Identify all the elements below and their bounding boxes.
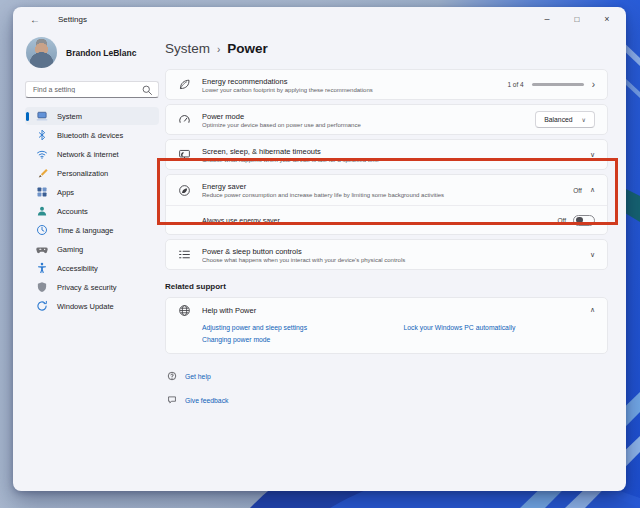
breadcrumb-system[interactable]: System bbox=[165, 41, 210, 56]
back-button[interactable]: ← bbox=[30, 14, 46, 25]
card-subtitle: Optimize your device based on power use … bbox=[202, 122, 524, 128]
power-sleep-buttons-card[interactable]: Power & sleep button controls Choose wha… bbox=[165, 239, 608, 270]
card-title: Help with Power bbox=[202, 306, 579, 315]
sidebar-item-accessibility[interactable]: Accessibility bbox=[25, 259, 159, 277]
help-links: Adjusting power and sleep settings Lock … bbox=[166, 322, 607, 353]
power-mode-dropdown[interactable]: Balanced ∨ bbox=[535, 111, 595, 128]
profile[interactable]: Brandon LeBlanc bbox=[25, 35, 159, 68]
sidebar-item-label: Gaming bbox=[57, 245, 83, 254]
sidebar-item-windows-update[interactable]: Windows Update bbox=[25, 297, 159, 315]
card-subtitle: Choose what happens when your device is … bbox=[202, 157, 579, 163]
gauge-icon bbox=[178, 113, 191, 126]
paintbrush-icon bbox=[36, 167, 48, 179]
sidebar-item-privacy-security[interactable]: Privacy & security bbox=[25, 278, 159, 296]
footer-links: Get help Give feedback bbox=[165, 367, 608, 409]
chevron-up-icon[interactable]: ∧ bbox=[590, 306, 595, 314]
leaf-icon bbox=[178, 78, 191, 91]
always-energy-saver-toggle[interactable] bbox=[573, 215, 595, 226]
sidebar-item-label: Windows Update bbox=[57, 302, 114, 311]
related-support-heading: Related support bbox=[165, 282, 608, 291]
main-content: System › Power Energy recommendations Lo… bbox=[165, 31, 626, 491]
sidebar-item-label: Accessibility bbox=[57, 264, 98, 273]
globe-icon bbox=[178, 304, 191, 317]
apps-grid-icon bbox=[36, 186, 48, 198]
sidebar-nav: System Bluetooth & devices Network & int… bbox=[25, 107, 159, 315]
accessibility-icon bbox=[36, 262, 48, 274]
screen-sleep-card[interactable]: Screen, sleep, & hibernate timeouts Choo… bbox=[165, 139, 608, 170]
energy-saver-leaf-icon bbox=[178, 184, 191, 197]
close-button[interactable]: × bbox=[592, 9, 622, 29]
always-energy-saver-row: Always use energy saver Off bbox=[166, 205, 607, 234]
sidebar-item-label: Time & language bbox=[57, 226, 113, 235]
energy-saver-header[interactable]: Energy saver Reduce power consumption an… bbox=[166, 175, 607, 205]
card-title: Power mode bbox=[202, 112, 524, 121]
sidebar-item-label: Accounts bbox=[57, 207, 88, 216]
search-box[interactable] bbox=[25, 81, 159, 98]
sidebar-item-bluetooth-devices[interactable]: Bluetooth & devices bbox=[25, 126, 159, 144]
desktop: ← Settings – □ × Brandon LeBlanc bbox=[0, 0, 640, 508]
help-with-power-header[interactable]: Help with Power ∧ bbox=[166, 298, 607, 322]
maximize-button[interactable]: □ bbox=[562, 9, 592, 29]
energy-saver-card[interactable]: Energy saver Reduce power consumption an… bbox=[165, 174, 608, 235]
sidebar-item-label: Network & internet bbox=[57, 150, 119, 159]
power-mode-card[interactable]: Power mode Optimize your device based on… bbox=[165, 104, 608, 135]
link-adjusting-power-sleep[interactable]: Adjusting power and sleep settings bbox=[202, 324, 394, 331]
sidebar-item-apps[interactable]: Apps bbox=[25, 183, 159, 201]
sidebar-item-accounts[interactable]: Accounts bbox=[25, 202, 159, 220]
card-subtitle: Reduce power consumption and increase ba… bbox=[202, 192, 562, 198]
clock-icon bbox=[36, 224, 48, 236]
chevron-down-icon[interactable]: ∨ bbox=[590, 251, 595, 259]
always-energy-saver-label: Always use energy saver bbox=[202, 217, 557, 224]
sidebar-item-label: Privacy & security bbox=[57, 283, 117, 292]
energy-recommendations-card[interactable]: Energy recommendations Lower your carbon… bbox=[165, 69, 608, 100]
sidebar-item-label: Apps bbox=[57, 188, 74, 197]
give-feedback-link[interactable]: Give feedback bbox=[185, 397, 228, 404]
get-help-link[interactable]: Get help bbox=[185, 373, 211, 380]
sidebar-item-gaming[interactable]: Gaming bbox=[25, 240, 159, 258]
sidebar-item-time-language[interactable]: Time & language bbox=[25, 221, 159, 239]
card-subtitle: Lower your carbon footprint by applying … bbox=[202, 87, 496, 93]
controls-list-icon bbox=[178, 248, 191, 261]
page-title: Power bbox=[227, 41, 268, 56]
toggle-knob bbox=[576, 217, 583, 224]
card-subtitle: Choose what happens when you interact wi… bbox=[202, 257, 579, 263]
breadcrumb-separator: › bbox=[217, 44, 220, 55]
window-title: Settings bbox=[58, 15, 87, 24]
link-changing-power-mode[interactable]: Changing power mode bbox=[202, 336, 394, 343]
system-icon bbox=[36, 110, 48, 122]
card-title: Screen, sleep, & hibernate timeouts bbox=[202, 147, 579, 156]
titlebar: ← Settings – □ × bbox=[13, 7, 626, 31]
bluetooth-icon bbox=[36, 129, 48, 141]
card-title: Energy saver bbox=[202, 182, 562, 191]
toggle-status: Off bbox=[557, 217, 566, 224]
energy-progress-bar bbox=[532, 83, 584, 87]
get-help-item[interactable]: Get help bbox=[167, 367, 608, 385]
search-input[interactable] bbox=[33, 86, 141, 93]
monitor-sleep-icon bbox=[178, 148, 191, 161]
minimize-button[interactable]: – bbox=[532, 9, 562, 29]
chevron-down-icon[interactable]: ∨ bbox=[590, 151, 595, 159]
sidebar-item-network-internet[interactable]: Network & internet bbox=[25, 145, 159, 163]
chevron-up-icon[interactable]: ∧ bbox=[590, 186, 595, 194]
gamepad-icon bbox=[36, 243, 48, 255]
link-lock-windows-pc[interactable]: Lock your Windows PC automatically bbox=[404, 324, 596, 331]
avatar bbox=[26, 37, 57, 68]
card-title: Power & sleep button controls bbox=[202, 247, 579, 256]
help-with-power-card: Help with Power ∧ Adjusting power and sl… bbox=[165, 297, 608, 354]
dropdown-value: Balanced bbox=[544, 116, 572, 123]
energy-saver-status: Off bbox=[573, 187, 582, 194]
give-feedback-icon bbox=[167, 391, 177, 409]
sidebar-item-personalization[interactable]: Personalization bbox=[25, 164, 159, 182]
shield-icon bbox=[36, 281, 48, 293]
sidebar-item-system[interactable]: System bbox=[25, 107, 159, 125]
update-arrows-icon bbox=[36, 300, 48, 312]
chevron-right-icon[interactable]: › bbox=[592, 80, 595, 90]
wifi-icon bbox=[36, 148, 48, 160]
search-icon bbox=[141, 84, 153, 96]
progress-label: 1 of 4 bbox=[507, 81, 523, 88]
give-feedback-item[interactable]: Give feedback bbox=[167, 391, 608, 409]
person-icon bbox=[36, 205, 48, 217]
get-help-icon bbox=[167, 367, 177, 385]
profile-name: Brandon LeBlanc bbox=[66, 48, 136, 58]
chevron-down-icon: ∨ bbox=[582, 116, 586, 123]
